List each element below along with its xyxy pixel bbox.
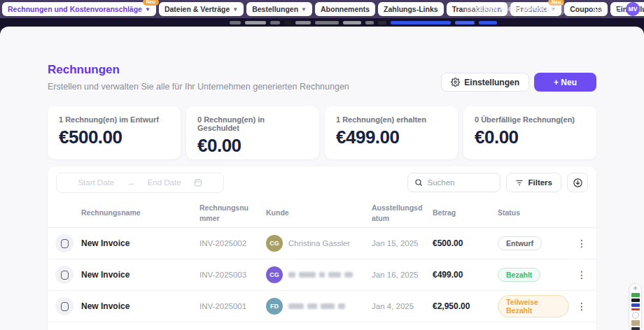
chevron-down-icon: ▼ (301, 6, 307, 13)
row-select-icon (61, 239, 69, 248)
table-row[interactable]: New Invoice INV-2025003 CG Jan 16, 2025 … (48, 259, 596, 291)
nav-tab-label: Bestellungen (252, 5, 298, 13)
row-select-button[interactable] (55, 297, 74, 315)
learn-about-invoices-button[interactable]: LEARN ABOUT INVOICES (464, 2, 566, 16)
header-rechnungsnummer: Rechnungsnummer (200, 203, 266, 222)
row-select-button[interactable] (55, 266, 74, 284)
phone-support-icon[interactable] (591, 3, 602, 15)
stat-value: €500.00 (59, 127, 169, 148)
amount: €500.00 (433, 238, 498, 248)
gear-icon (451, 78, 460, 87)
floating-annotation-toolbar[interactable]: ✛ (629, 283, 642, 330)
header-actions: Einstellungen + Neu (441, 73, 596, 92)
redacted-item (270, 21, 280, 24)
move-handle-icon[interactable]: ✛ (633, 286, 638, 292)
toolbar-right: Filters (407, 173, 588, 192)
redacted-item (295, 21, 311, 24)
stat-value: €0.00 (197, 135, 308, 157)
invoices-table-card: Start Date → End Date (48, 166, 596, 330)
toolbar-color-blue[interactable] (631, 303, 640, 307)
stat-card-draft: 1 Rechnung(en) im Entwurf €500.00 (48, 106, 181, 159)
status-badge: Entwurf (498, 236, 542, 250)
redacted-item (455, 21, 475, 24)
nav-tab-rechnungen[interactable]: Rechnungen und Kostenvoranschläge ▼ Neu (2, 2, 156, 16)
chevron-down-icon: ▼ (145, 6, 150, 13)
stat-card-overdue: 0 Überfällige Rechnung(en) €0.00 (463, 106, 596, 159)
toolbar-color-green[interactable] (631, 293, 640, 297)
stat-label: 0 Rechnung(en) in Geschuldet (197, 115, 308, 132)
redacted-item (230, 21, 241, 24)
redacted-item (343, 21, 361, 24)
row-select-icon (61, 271, 69, 280)
notification-bell-icon[interactable] (608, 3, 620, 15)
header-betrag: Betrag (433, 208, 498, 217)
toolbar-color-white[interactable] (632, 312, 639, 319)
search-icon (414, 178, 423, 187)
toolbar-color-dark[interactable] (631, 327, 640, 330)
user-avatar[interactable]: MV (626, 2, 640, 16)
row-menu-icon[interactable]: ⋮ (575, 301, 589, 312)
row-select-cell (48, 297, 81, 315)
row-menu-icon[interactable]: ⋮ (575, 238, 589, 249)
customer-cell: CG (266, 266, 372, 283)
table-row[interactable]: New Invoice INV-2025001 FD Jan 4, 2025 €… (48, 291, 596, 322)
date-range-picker[interactable]: Start Date → End Date (56, 173, 224, 193)
nav-tab-label: Zahlungs-Links (384, 5, 438, 13)
row-select-button[interactable] (55, 234, 74, 252)
nav-tab-bestellungen[interactable]: Bestellungen ▼ (246, 2, 312, 16)
redacted-item (284, 21, 291, 24)
nav-tab-abonnements[interactable]: Abonnements (315, 2, 375, 16)
toolbar-color-tan[interactable] (631, 320, 640, 326)
redacted-item (315, 21, 339, 24)
end-date-placeholder: End Date (148, 178, 181, 187)
settings-button[interactable]: Einstellungen (441, 73, 529, 92)
customer-avatar: CG (266, 235, 283, 252)
chevron-down-icon: ▼ (232, 6, 238, 13)
nav-tab-zahlungslinks[interactable]: Zahlungs-Links (378, 2, 444, 16)
header-label: Ausstellungsdatum (372, 203, 426, 222)
nav-tab-label: Rechnungen und Kostenvoranschläge (8, 5, 142, 13)
header-kunde: Kunde (266, 208, 372, 217)
row-menu-icon[interactable]: ⋮ (575, 269, 589, 280)
redacted-customer-name (288, 272, 353, 278)
table-row[interactable]: New Invoice INV-2025002 CG Christina Gas… (48, 228, 596, 259)
download-button[interactable] (567, 173, 588, 192)
invoice-name: New Invoice (81, 270, 200, 280)
status-badge: Bezahlt (498, 268, 540, 282)
search-input[interactable] (427, 178, 490, 187)
stat-value: €499.00 (336, 127, 447, 148)
customer-cell: FD (266, 298, 372, 315)
nav-tab-label: Dateien & Verträge (164, 5, 230, 13)
customer-avatar: FD (266, 298, 283, 315)
invoice-name: New Invoice (81, 301, 200, 311)
filter-icon (515, 178, 524, 187)
stat-label: 0 Überfällige Rechnung(en) (475, 115, 585, 124)
status-cell: Entwurf (498, 236, 569, 250)
redacted-item (365, 21, 374, 24)
header-ausstellungsdatum: Ausstellungsdatum (372, 203, 433, 222)
stat-label: 1 Rechnung(en) erhalten (336, 115, 447, 124)
toolbar-color-black[interactable] (631, 299, 640, 302)
nav-tab-dateien[interactable]: Dateien & Verträge ▼ (159, 2, 244, 16)
issue-date: Jan 4, 2025 (372, 302, 433, 310)
app-window: Rechnungen und Kostenvoranschläge ▼ Neu … (0, 0, 644, 330)
header-label: Rechnungsnummer (200, 203, 254, 222)
start-date-placeholder: Start Date (78, 178, 114, 187)
row-select-icon (61, 302, 69, 311)
main-content-panel: Rechnungen Erstellen und verwalten Sie a… (0, 27, 644, 330)
filters-button[interactable]: Filters (506, 173, 561, 192)
row-select-cell (48, 234, 81, 252)
filters-button-label: Filters (528, 178, 552, 187)
settings-button-label: Einstellungen (464, 78, 519, 87)
search-box[interactable] (407, 173, 500, 192)
calendar-icon (194, 178, 202, 187)
navbar-right-actions: MV (591, 0, 640, 18)
customer-name: Christina Gassler (288, 239, 350, 248)
row-select-cell (48, 266, 81, 284)
neu-badge: Neu (143, 0, 159, 6)
toolbar-color-red[interactable] (631, 308, 640, 310)
issue-date: Jan 16, 2025 (372, 271, 433, 279)
status-badge: Teilweise Bezahlt (498, 295, 569, 317)
new-invoice-button[interactable]: + Neu (534, 73, 596, 92)
redacted-item (245, 21, 266, 24)
